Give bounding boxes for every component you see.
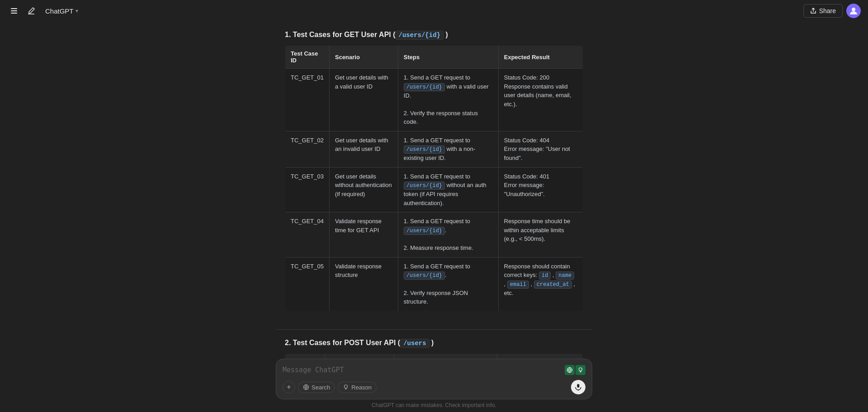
table-row: TC_GET_05 Validate response structure 1.… [285, 257, 583, 311]
cell-id: TC_GET_02 [285, 131, 330, 167]
cell-expected: Status Code: 404Error message: "User not… [498, 131, 583, 167]
svg-rect-1 [11, 10, 17, 11]
cell-scenario: Validate response time for GET API [329, 212, 398, 258]
header: ChatGPT ▾ Share [0, 0, 868, 22]
section2-title: 2. Test Cases for POST User API (/users … [285, 339, 583, 347]
section1-title-prefix: 1. Test Cases for GET User API ( [285, 31, 396, 38]
message-input[interactable] [283, 364, 565, 376]
code-tag: /users/{id} [404, 182, 445, 190]
code-tag: /users/{id} [404, 145, 445, 154]
svg-rect-8 [577, 384, 580, 388]
table-row: TC_GET_01 Get user details with a valid … [285, 69, 583, 131]
cell-scenario: Get user details with an invalid user ID [329, 131, 398, 167]
section2-title-suffix: ) [429, 339, 434, 346]
input-toolbar-left: + Search Reason [283, 381, 377, 393]
section1: 1. Test Cases for GET User API (/users/{… [276, 31, 592, 325]
app-name-label: ChatGPT [45, 7, 74, 15]
cell-expected: Status Code: 401Error message: "Unauthor… [498, 167, 583, 212]
chevron-down-icon: ▾ [75, 8, 78, 14]
user-avatar-icon [849, 6, 858, 15]
svg-point-7 [344, 385, 348, 388]
header-right: Share [803, 4, 861, 18]
code-tag: created_at [534, 281, 572, 289]
cell-id: TC_GET_01 [285, 69, 330, 131]
table-row: TC_GET_04 Validate response time for GET… [285, 212, 583, 258]
section1-title-suffix: ) [443, 31, 448, 38]
code-tag: id [539, 272, 551, 280]
cell-expected: Response time should be within acceptabl… [498, 212, 583, 258]
post-api-table-partial: Test Case [285, 353, 583, 359]
cell-scenario: Validate response structure [329, 257, 398, 311]
code-tag: /users/{id} [404, 83, 445, 91]
reason-label: Reason [351, 384, 372, 391]
section1-title: 1. Test Cases for GET User API (/users/{… [285, 31, 583, 39]
main-content: 1. Test Cases for GET User API (/users/{… [0, 22, 868, 359]
cell-steps: 1. Send a GET request to /users/{id} wit… [398, 167, 498, 212]
cell-steps: 1. Send a GET request to /users/{id}.2. … [398, 212, 498, 258]
col-header-expected: Expected Result [498, 46, 583, 69]
share-icon [810, 8, 816, 14]
col-header-col2 [325, 353, 394, 359]
mic-icon [575, 384, 582, 391]
action-icons [565, 365, 585, 375]
input-container: + Search Reason [276, 359, 592, 399]
search-globe-icon [303, 384, 309, 390]
cell-expected: Status Code: 200Response contains valid … [498, 69, 583, 131]
share-button[interactable]: Share [803, 4, 843, 18]
search-button[interactable]: Search [298, 382, 335, 393]
get-api-table: Test CaseID Scenario Steps Expected Resu… [285, 45, 583, 311]
cell-steps: 1. Send a GET request to /users/{id} wit… [398, 131, 498, 167]
cell-steps: 1. Send a GET request to /users/{id} wit… [398, 69, 498, 131]
input-toolbar: + Search Reason [283, 380, 585, 394]
cell-expected: Response should contain correct keys: id… [498, 257, 583, 311]
lightbulb-icon [577, 367, 584, 373]
mic-button[interactable] [571, 380, 585, 394]
section2: 2. Test Cases for POST User API (/users … [276, 339, 592, 359]
cell-id: TC_GET_04 [285, 212, 330, 258]
code-tag: /users/{id} [404, 227, 445, 235]
section-divider [276, 329, 592, 330]
svg-point-3 [852, 8, 855, 11]
section1-title-code: /users/{id} [396, 31, 443, 40]
disclaimer: ChatGPT can make mistakes. Check importa… [372, 402, 496, 408]
col-header-id: Test CaseID [285, 46, 330, 69]
section2-table-container: Test Case [285, 353, 583, 359]
header-left: ChatGPT ▾ [7, 4, 82, 18]
app-title[interactable]: ChatGPT ▾ [42, 5, 82, 17]
input-area: + Search Reason [0, 359, 868, 412]
col-header-steps: Steps [398, 46, 498, 69]
add-icon: + [287, 383, 291, 391]
svg-rect-0 [11, 8, 17, 9]
sidebar-icon [10, 7, 18, 15]
avatar[interactable] [846, 4, 861, 18]
add-button[interactable]: + [283, 381, 295, 393]
col-header-col3 [394, 353, 497, 359]
cell-scenario: Get user details with a valid user ID [329, 69, 398, 131]
col-header-testcase: Test Case [285, 353, 325, 359]
input-top-row [283, 364, 585, 376]
input-icons-right [565, 365, 585, 375]
reason-lightbulb-icon [343, 384, 349, 390]
search-active-icon[interactable] [565, 365, 575, 375]
edit-icon [27, 7, 35, 15]
code-tag: name [556, 272, 574, 280]
cell-id: TC_GET_05 [285, 257, 330, 311]
code-tag: email [507, 281, 529, 289]
code-tag: /users/{id} [404, 272, 445, 280]
table-row: TC_GET_03 Get user details without authe… [285, 167, 583, 212]
globe-icon [566, 367, 573, 373]
table-row: TC_GET_02 Get user details with an inval… [285, 131, 583, 167]
reason-active-icon[interactable] [576, 365, 585, 375]
table-header-row: Test Case [285, 353, 583, 359]
disclaimer-text: ChatGPT can make mistakes. Check importa… [372, 402, 496, 408]
section2-title-prefix: 2. Test Cases for POST User API ( [285, 339, 400, 346]
svg-rect-2 [11, 13, 17, 14]
cell-scenario: Get user details without authentication … [329, 167, 398, 212]
col-header-scenario: Scenario [329, 46, 398, 69]
reason-button[interactable]: Reason [338, 382, 377, 393]
cell-id: TC_GET_03 [285, 167, 330, 212]
sidebar-toggle-button[interactable] [7, 4, 21, 18]
new-chat-button[interactable] [24, 4, 38, 18]
search-label: Search [311, 384, 330, 391]
share-label: Share [819, 7, 836, 14]
